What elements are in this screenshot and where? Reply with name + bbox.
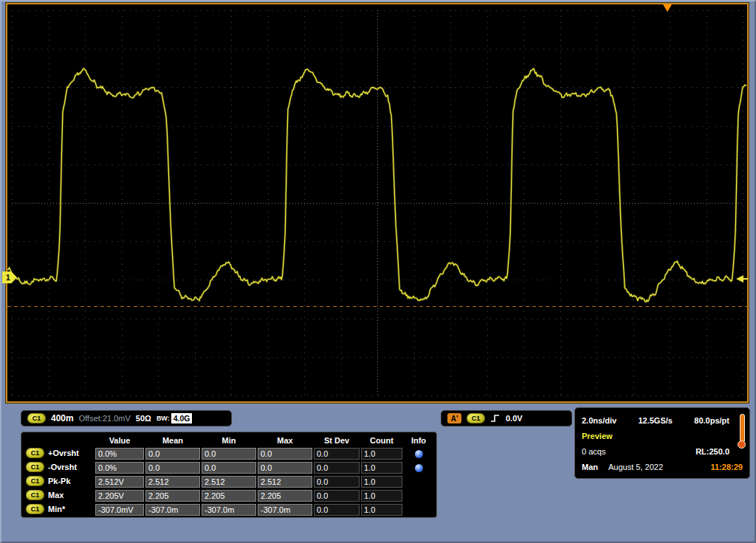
- cell-mean: 0.0: [145, 462, 200, 474]
- col-header-stdev: St Dev: [314, 435, 360, 446]
- trigger-a-badge[interactable]: A': [447, 413, 461, 423]
- trigger-level-value: 0.0V: [506, 414, 523, 423]
- measurement-name: Pk-Pk: [48, 477, 71, 485]
- cell-count: 1.0: [361, 490, 402, 502]
- cell-max: 0.0: [258, 462, 312, 474]
- vertical-scale: 400m: [51, 413, 74, 423]
- bandwidth-value: 4.0G: [171, 413, 193, 423]
- trigger-readout-bar[interactable]: A' C1 0.0V: [441, 410, 572, 426]
- col-header-info: Info: [404, 435, 433, 446]
- col-header-max: Max: [258, 435, 312, 446]
- col-header-value: Value: [95, 435, 144, 446]
- cell-min: 2.205: [202, 490, 256, 502]
- trigger-position-marker[interactable]: [663, 4, 672, 12]
- sample-interval: 80.0ps/pt: [694, 416, 729, 425]
- cell-value: 0.0%: [95, 462, 144, 474]
- cell-mean: 2.205: [145, 490, 200, 502]
- record-length: RL:250.0: [695, 447, 729, 456]
- cell-max: -307.0m: [258, 504, 312, 516]
- channel-badge[interactable]: C1: [27, 413, 46, 423]
- cell-max: 0.0: [258, 448, 312, 460]
- readout-region: C1 400m Offset:21.0mV 50Ω BW: 4.0G A' C1…: [0, 404, 756, 543]
- channel-badge[interactable]: C1: [26, 504, 44, 514]
- input-impedance: 50Ω: [136, 414, 151, 423]
- waveform-display[interactable]: 1: [6, 3, 749, 403]
- trigger-mode: Man: [582, 463, 598, 471]
- measurement-table[interactable]: Value Mean Min Max St Dev Count Info C1+…: [21, 432, 437, 518]
- cell-value: 0.0%: [95, 448, 144, 460]
- measurement-name: Min*: [48, 505, 65, 513]
- sample-rate: 12.5GS/s: [638, 416, 672, 425]
- trigger-source-badge[interactable]: C1: [467, 413, 485, 423]
- acquisition-count: 0 acqs: [582, 447, 605, 456]
- cell-min: -307.0m: [202, 504, 256, 516]
- date-display: August 5, 2022: [608, 463, 711, 471]
- col-header-count: Count: [361, 435, 402, 446]
- clock-display: 11:28:29: [711, 463, 743, 471]
- waveform-canvas[interactable]: [7, 4, 747, 401]
- cell-count: 1.0: [361, 476, 402, 488]
- cell-max: 2.205: [258, 490, 312, 502]
- measurement-name: -Ovrsht: [48, 463, 77, 471]
- time-per-div: 2.0ns/div: [582, 416, 616, 425]
- cell-mean: 0.0: [145, 448, 200, 460]
- thermometer-icon: [738, 414, 746, 449]
- cell-stdev: 0.0: [314, 448, 360, 460]
- col-header-mean: Mean: [145, 435, 200, 446]
- measurement-row[interactable]: C1Min* -307.0mV -307.0m -307.0m -307.0m …: [26, 504, 433, 516]
- arrow-tail: [743, 278, 748, 280]
- bandwidth-label: BW:: [157, 415, 170, 422]
- cell-count: 1.0: [361, 504, 402, 516]
- channel-badge[interactable]: C1: [26, 490, 44, 500]
- cell-min: 2.512: [202, 476, 256, 488]
- channel-badge[interactable]: C1: [26, 462, 44, 472]
- measurement-name: Max: [48, 491, 63, 499]
- cell-min: 0.0: [202, 462, 256, 474]
- channel-badge[interactable]: C1: [26, 476, 44, 486]
- table-header-row: Value Mean Min Max St Dev Count Info: [26, 435, 433, 446]
- cell-value: 2.512V: [95, 476, 144, 488]
- cell-count: 1.0: [361, 448, 402, 460]
- cell-stdev: 0.0: [314, 504, 360, 516]
- cell-mean: -307.0m: [145, 504, 200, 516]
- channel-badge[interactable]: C1: [26, 448, 44, 458]
- measurement-row[interactable]: C1+Ovrsht 0.0% 0.0 0.0 0.0 0.0 1.0: [26, 448, 433, 460]
- cell-max: 2.512: [258, 476, 312, 488]
- measurement-row[interactable]: C1Max 2.205V 2.205 2.205 2.205 0.0 1.0: [26, 490, 433, 502]
- acquisition-mode: Preview: [582, 432, 613, 440]
- col-header-blank: [26, 435, 94, 446]
- cell-min: 0.0: [202, 448, 256, 460]
- measurement-row[interactable]: C1-Ovrsht 0.0% 0.0 0.0 0.0 0.0 1.0: [26, 462, 433, 474]
- info-icon[interactable]: [415, 450, 423, 458]
- cell-value: 2.205V: [95, 490, 144, 502]
- rising-edge-icon: [490, 413, 501, 423]
- measurement-name: +Ovrsht: [48, 449, 79, 457]
- timebase-panel[interactable]: 2.0ns/div 12.5GS/s 80.0ps/pt Preview 0 a…: [574, 407, 750, 479]
- col-header-min: Min: [202, 435, 256, 446]
- vertical-offset: Offset:21.0mV: [79, 414, 131, 423]
- cell-stdev: 0.0: [314, 476, 360, 488]
- trigger-level-arrow[interactable]: [736, 275, 748, 283]
- channel-readout-bar[interactable]: C1 400m Offset:21.0mV 50Ω BW: 4.0G: [21, 410, 232, 426]
- cell-stdev: 0.0: [314, 462, 360, 474]
- measurement-row[interactable]: C1Pk-Pk 2.512V 2.512 2.512 2.512 0.0 1.0: [26, 476, 433, 488]
- cell-stdev: 0.0: [314, 490, 360, 502]
- cell-count: 1.0: [361, 462, 402, 474]
- info-icon[interactable]: [415, 464, 423, 472]
- cell-mean: 2.512: [145, 476, 200, 488]
- cell-value: -307.0mV: [95, 504, 144, 516]
